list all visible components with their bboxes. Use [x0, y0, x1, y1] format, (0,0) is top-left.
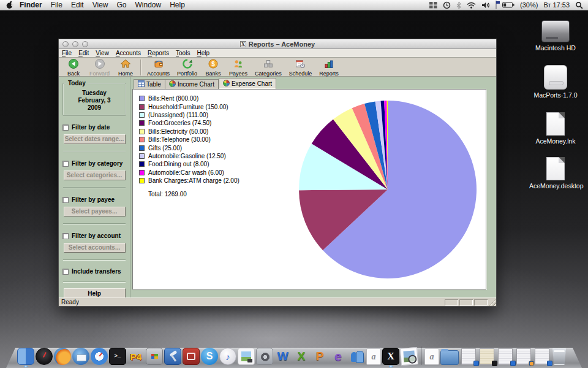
- toolbar-button-portfolio[interactable]: Portfolio: [173, 58, 201, 76]
- downloads-folder-icon[interactable]: [440, 350, 459, 365]
- menu-bar-clock[interactable]: Вт 17:53: [543, 1, 570, 9]
- app-menu-view[interactable]: View: [96, 50, 109, 56]
- today-date-line: Tuesday: [64, 90, 124, 97]
- terminal-icon[interactable]: >_: [109, 348, 126, 365]
- tab-table[interactable]: Table: [134, 79, 165, 89]
- wifi-icon[interactable]: [467, 2, 476, 9]
- legend-swatch: [139, 112, 145, 118]
- app-menu-edit[interactable]: Edit: [78, 50, 89, 56]
- menu-item-go[interactable]: Go: [117, 1, 127, 9]
- desktop-icon-acemoney-lnk[interactable]: AceMoney.lnk: [529, 112, 582, 145]
- itunes-icon[interactable]: ♪: [219, 348, 236, 365]
- include-transfers-row[interactable]: Include transfers: [62, 268, 126, 275]
- dashboard-icon[interactable]: [36, 348, 53, 365]
- toolbar-button-payees[interactable]: Payees: [225, 58, 251, 76]
- select-button[interactable]: Select categories...: [64, 171, 126, 180]
- resize-grip[interactable]: [488, 298, 496, 306]
- menu-item-edit[interactable]: Edit: [71, 1, 84, 9]
- minimized-window[interactable]: [478, 348, 496, 365]
- tab-income-chart[interactable]: Income Chart: [165, 79, 219, 89]
- toolbar-button-back[interactable]: Back: [61, 58, 86, 76]
- toolbar-button-home[interactable]: Home: [113, 58, 138, 76]
- skype-icon[interactable]: S: [201, 348, 218, 365]
- active-app-name[interactable]: Finder: [20, 1, 42, 9]
- menu-item-view[interactable]: View: [92, 1, 108, 9]
- time-machine-icon[interactable]: [443, 1, 451, 9]
- legend-row: Automobile:Gasoline (12.50): [139, 152, 239, 160]
- desktop-icon-acemoney-desktop[interactable]: AceMoney.desktop: [529, 157, 582, 190]
- filter-checkbox[interactable]: [62, 125, 69, 131]
- document-icon: [546, 112, 565, 136]
- desktop-icon-label: AceMoney.lnk: [529, 137, 582, 145]
- select-button[interactable]: Select payees...: [64, 207, 126, 217]
- filter-checkbox-row[interactable]: Filter by category: [62, 160, 126, 167]
- volume-icon[interactable]: [481, 2, 490, 9]
- payees-icon: [233, 58, 244, 71]
- xcode-icon[interactable]: [164, 348, 181, 365]
- filter-checkbox[interactable]: [62, 197, 69, 203]
- desktop-icon-macports-1-7-0[interactable]: MacPorts-1.7.0: [529, 65, 582, 99]
- toolbar-button-schedule[interactable]: Schedule: [285, 58, 316, 76]
- minimized-window[interactable]: [533, 348, 551, 365]
- minimized-window[interactable]: [460, 348, 477, 365]
- menu-item-help[interactable]: Help: [170, 1, 185, 9]
- firefox-icon[interactable]: [54, 348, 71, 365]
- perforce-p4-icon[interactable]: P4: [127, 348, 145, 365]
- entourage-icon[interactable]: e: [330, 348, 347, 365]
- system-preferences-icon[interactable]: [256, 348, 273, 365]
- powerpoint-icon[interactable]: P: [311, 348, 328, 365]
- iphoto-icon[interactable]: [238, 348, 255, 365]
- status-pane: [459, 299, 473, 305]
- app-menu-file[interactable]: File: [62, 50, 72, 56]
- desktop-icon-macintosh-hd[interactable]: Macintosh HD: [529, 20, 582, 52]
- minimized-window[interactable]: [515, 348, 532, 365]
- trash-icon[interactable]: [552, 348, 567, 365]
- window-title-bar[interactable]: X Reports – AceMoney: [59, 39, 496, 49]
- filter-checkbox-row[interactable]: Filter by account: [62, 232, 126, 239]
- document-icon: [546, 157, 565, 180]
- finder-icon[interactable]: [17, 348, 34, 365]
- messenger-icon[interactable]: [348, 348, 365, 365]
- vmware-fusion-icon[interactable]: [183, 348, 200, 365]
- minimized-window[interactable]: [497, 348, 514, 365]
- remote-desktop-icon[interactable]: [146, 348, 163, 365]
- thunderbird-icon[interactable]: [72, 348, 89, 365]
- toolbar-button-label: Back: [67, 71, 80, 77]
- filter-checkbox-row[interactable]: Filter by date: [62, 124, 126, 131]
- filter-checkbox[interactable]: [62, 161, 69, 167]
- tab-expense-chart[interactable]: Expense Chart: [219, 78, 276, 89]
- select-button[interactable]: Select dates range...: [64, 134, 126, 144]
- app-menu-tools[interactable]: Tools: [176, 50, 190, 56]
- preview-icon[interactable]: [400, 347, 418, 366]
- battery-icon[interactable]: [502, 2, 514, 8]
- bluetooth-icon[interactable]: [456, 1, 461, 9]
- toolbar-button-forward[interactable]: Forward: [86, 58, 113, 76]
- toolbar-button-banks[interactable]: $Banks: [201, 58, 225, 76]
- app-menu-help[interactable]: Help: [197, 50, 209, 56]
- word-icon[interactable]: W: [274, 348, 292, 365]
- excel-icon[interactable]: X: [293, 348, 310, 365]
- desktop-icon-label: MacPorts-1.7.0: [529, 91, 582, 99]
- apple-menu-icon[interactable]: [5, 1, 15, 9]
- app-menu-accounts[interactable]: Accounts: [116, 50, 141, 56]
- spaces-grid-icon[interactable]: [429, 2, 437, 9]
- input-flag-us-icon[interactable]: [496, 1, 497, 9]
- separator: [63, 282, 126, 283]
- filter-checkbox[interactable]: [62, 233, 69, 239]
- include-transfers-checkbox[interactable]: [62, 269, 69, 275]
- toolbar-button-reports[interactable]: Reports: [315, 58, 342, 76]
- office-documents-icon[interactable]: a: [366, 348, 381, 365]
- toolbar-button-accounts[interactable]: Accounts: [143, 58, 173, 76]
- filter-checkbox-row[interactable]: Filter by payee: [62, 196, 126, 203]
- menu-item-window[interactable]: Window: [135, 1, 162, 9]
- toolbar-button-categories[interactable]: Categories: [251, 58, 285, 76]
- spotlight-icon[interactable]: [575, 1, 583, 9]
- select-button[interactable]: Select accounts...: [64, 243, 126, 253]
- app-menu-reports[interactable]: Reports: [148, 50, 169, 56]
- x11-icon[interactable]: X: [382, 348, 399, 365]
- document-icon[interactable]: a: [424, 348, 439, 365]
- menu-item-file[interactable]: File: [51, 1, 62, 9]
- safari-icon[interactable]: [91, 348, 108, 365]
- legend-swatch: [139, 129, 145, 134]
- minimized-window-thumbnail: [461, 348, 476, 365]
